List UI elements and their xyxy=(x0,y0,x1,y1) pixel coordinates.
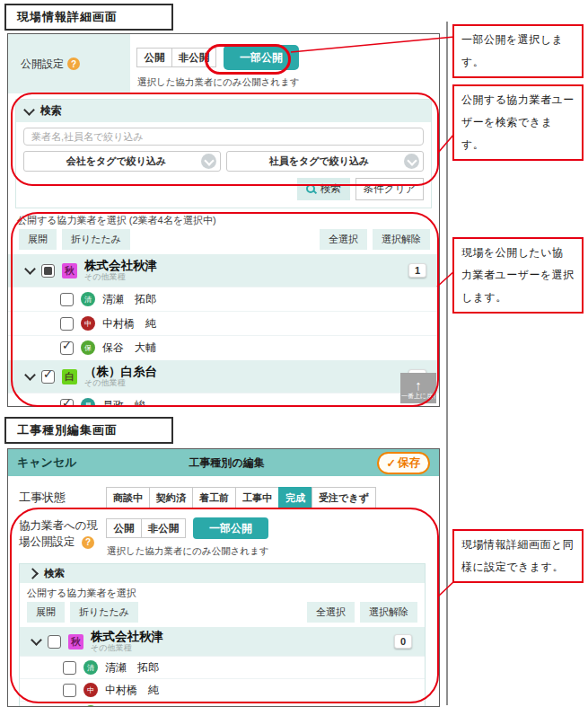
member-avatar: 清 xyxy=(83,660,98,675)
member-checkbox[interactable] xyxy=(60,317,74,331)
screen2-title-box: 工事種別編集画面 xyxy=(4,417,173,444)
company-row[interactable]: 秋 株式会社秋津 その他業種 1 xyxy=(8,253,439,287)
deselect-button[interactable]: 選択解除 xyxy=(360,602,417,623)
dropdown-chevron-icon xyxy=(201,154,216,169)
chevron-down-icon[interactable] xyxy=(24,263,36,275)
selection-caption: 公開する協力業者を選択 xyxy=(27,587,417,600)
member-row[interactable]: 中 中村橋 純 xyxy=(8,311,439,335)
company-checkbox-checked[interactable] xyxy=(41,370,55,384)
member-checkbox[interactable] xyxy=(63,661,76,675)
company-name-block: （株）白糸台 その他業種 xyxy=(84,366,157,388)
scroll-to-top-label: 一番上に戻る xyxy=(401,393,435,399)
company-checkbox-indeterminate[interactable] xyxy=(41,264,55,278)
company-tag-dropdown-label: 会社をタグで絞り込み xyxy=(31,155,201,168)
page: 現場情報詳細画面 公開設定 ? 公開 非公開 一部公開 選択した協力業者にのみ公… xyxy=(0,0,588,707)
screen1-title: 現場情報詳細画面 xyxy=(17,9,118,25)
expand-button[interactable]: 展開 xyxy=(19,229,57,250)
company-checkbox[interactable] xyxy=(48,635,61,649)
screen1-title-box: 現場情報詳細画面 xyxy=(4,4,173,31)
save-button-label: 保存 xyxy=(398,455,420,471)
company-row[interactable]: 秋 株式会社秋津 その他業種 0 xyxy=(20,626,425,656)
member-avatar: 保 xyxy=(81,340,95,355)
select-all-button[interactable]: 全選択 xyxy=(307,602,355,623)
visibility-setting-label: 公開設定 ? xyxy=(8,34,130,93)
chevron-down-icon xyxy=(23,104,35,116)
partner-visibility-label: 協力業者への現場公開設定 ? xyxy=(19,517,107,558)
member-row[interactable]: 中 中村橋 純 xyxy=(20,678,425,701)
chevron-down-icon[interactable] xyxy=(31,634,42,646)
partner-visibility-section: 協力業者への現場公開設定 ? 公開 非公開 一部公開 選択した協力業者にのみ公開… xyxy=(19,517,439,558)
select-all-button[interactable]: 全選択 xyxy=(320,229,367,250)
search-collapse-header[interactable]: 検索 xyxy=(16,100,431,122)
visibility-setting-content: 公開 非公開 一部公開 選択した協力業者にのみ公開されます xyxy=(130,34,439,93)
company-logo: 白 xyxy=(62,369,77,384)
callout-same-as-detail-screen: 現場情報詳細画面と同様に設定できます。 xyxy=(452,529,584,583)
partner-selection-box: 検索 公開する協力業者を選択 展開 折りたたみ 全選択 選択解除 秋 株式会社秋… xyxy=(19,563,426,707)
search-collapse-header[interactable]: 検索 xyxy=(20,564,425,583)
visibility-option-public[interactable]: 公開 xyxy=(136,48,172,67)
up-arrow-icon: ↑ xyxy=(415,378,422,392)
member-checkbox-checked[interactable] xyxy=(60,399,74,408)
visibility-setting-row: 公開設定 ? 公開 非公開 一部公開 選択した協力業者にのみ公開されます xyxy=(8,34,439,93)
visibility-caption: 選択した協力業者にのみ公開されます xyxy=(107,545,269,558)
member-checkbox-checked[interactable] xyxy=(60,341,74,355)
keyword-input[interactable] xyxy=(23,128,424,146)
company-row[interactable]: 白 （株）白糸台 その他業種 3 xyxy=(8,359,439,393)
status-option-in-progress[interactable]: 工事中 xyxy=(235,487,279,508)
visibility-option-private[interactable]: 非公開 xyxy=(171,48,216,67)
partner-visibility-content: 公開 非公開 一部公開 選択した協力業者にのみ公開されます xyxy=(107,517,269,558)
member-checkbox[interactable] xyxy=(60,293,74,306)
member-row[interactable]: 清 清瀬 拓郎 xyxy=(20,656,425,678)
company-tag-dropdown[interactable]: 会社をタグで絞り込み xyxy=(23,151,221,172)
member-checkbox[interactable] xyxy=(63,684,76,697)
save-button[interactable]: ✓ 保存 xyxy=(377,452,430,474)
status-option-before-start[interactable]: 着工前 xyxy=(192,487,236,508)
callout-search-partner-users: 公開する協力業者ユーザーを検索できます。 xyxy=(452,84,584,161)
chevron-right-icon xyxy=(27,568,39,579)
company-name: 株式会社秋津 xyxy=(84,260,157,272)
divider-line xyxy=(446,22,448,705)
status-option-negotiating[interactable]: 商談中 xyxy=(106,487,150,508)
company-logo: 秋 xyxy=(62,263,77,278)
member-avatar: 清 xyxy=(81,292,95,306)
clear-conditions-button[interactable]: 条件クリア xyxy=(355,178,424,200)
member-row[interactable]: 保 保谷 大輔 xyxy=(20,701,425,707)
scroll-to-top-button[interactable]: ↑ 一番上に戻る xyxy=(400,373,436,403)
collapse-button[interactable]: 折りたたみ xyxy=(62,229,130,250)
search-button-label: 検索 xyxy=(320,182,341,196)
member-name: 中村橋 純 xyxy=(105,683,159,698)
construction-status-label: 工事状態 xyxy=(19,490,107,506)
visibility-option-partial-selected[interactable]: 一部公開 xyxy=(224,45,299,70)
visibility-option-public[interactable]: 公開 xyxy=(106,518,142,538)
search-header-label: 検索 xyxy=(44,567,65,580)
status-option-completed-selected[interactable]: 完成 xyxy=(278,487,312,508)
member-name: 是政 峻 xyxy=(102,398,145,408)
search-button[interactable]: 検索 xyxy=(297,178,350,200)
collapse-button[interactable]: 折りたたみ xyxy=(70,602,138,623)
visibility-option-partial-selected[interactable]: 一部公開 xyxy=(193,517,268,539)
help-icon[interactable]: ? xyxy=(67,57,80,70)
member-row[interactable]: 保 保谷 大輔 xyxy=(8,335,439,359)
status-option-no-order[interactable]: 受注できず xyxy=(312,487,376,508)
member-row[interactable]: 清 清瀬 拓郎 xyxy=(8,287,439,311)
employee-tag-dropdown[interactable]: 社員をタグで絞り込み xyxy=(226,151,424,172)
deselect-button[interactable]: 選択解除 xyxy=(373,229,430,250)
visibility-option-private[interactable]: 非公開 xyxy=(141,518,186,538)
visibility-label-text: 公開設定 xyxy=(21,57,64,72)
visibility-caption: 選択した協力業者にのみ公開されます xyxy=(137,76,439,89)
company-name-block: 株式会社秋津 その他業種 xyxy=(84,260,157,282)
member-name: 中村橋 純 xyxy=(102,316,156,331)
cancel-button[interactable]: キャンセル xyxy=(17,455,77,471)
member-row[interactable]: 是 是政 峻 xyxy=(8,393,439,407)
company-logo: 秋 xyxy=(68,634,83,650)
help-icon[interactable]: ? xyxy=(82,536,94,549)
member-avatar: 中 xyxy=(83,683,98,697)
member-avatar: 是 xyxy=(81,398,95,407)
chevron-down-icon[interactable] xyxy=(24,369,36,381)
callout-select-partner-users: 現場を公開したい協力業者ユーザーを選択します。 xyxy=(452,237,584,314)
expand-button[interactable]: 展開 xyxy=(27,602,65,623)
status-option-contracted[interactable]: 契約済 xyxy=(149,487,193,508)
callout-select-partial-public: 一部公開を選択します。 xyxy=(452,24,584,78)
company-name: （株）白糸台 xyxy=(84,366,157,378)
screen2-title: 工事種別編集画面 xyxy=(17,422,118,438)
